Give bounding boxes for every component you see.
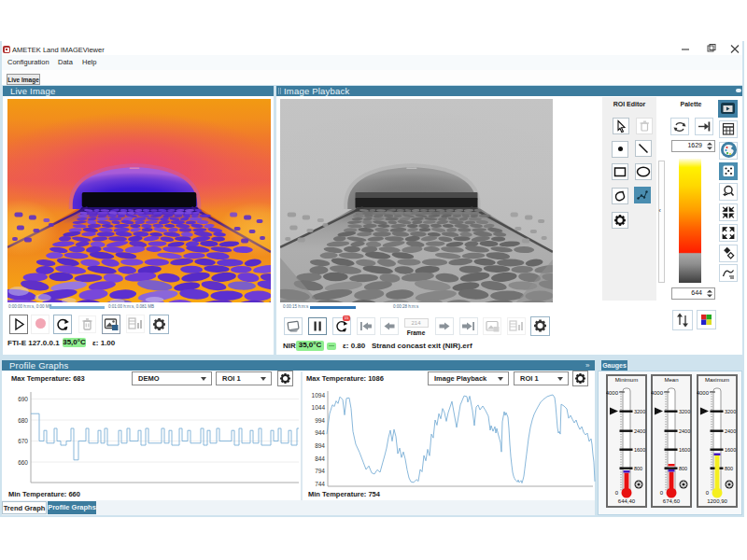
svg-text:3200: 3200 <box>634 409 645 414</box>
svg-text:800: 800 <box>679 466 687 471</box>
svg-text:1600: 1600 <box>725 447 736 453</box>
svg-text:1600: 1600 <box>679 447 690 453</box>
svg-text:2400: 2400 <box>634 428 645 434</box>
svg-text:2400: 2400 <box>725 428 736 434</box>
svg-text:800: 800 <box>725 466 733 471</box>
svg-text:3200: 3200 <box>679 409 690 414</box>
svg-text:4000: 4000 <box>606 390 619 396</box>
svg-text:0: 0 <box>660 490 664 496</box>
svg-text:0: 0 <box>706 490 710 496</box>
svg-text:2400: 2400 <box>679 428 690 434</box>
svg-text:4000: 4000 <box>697 390 710 396</box>
svg-text:4000: 4000 <box>651 390 664 396</box>
svg-text:3200: 3200 <box>725 409 736 414</box>
svg-text:800: 800 <box>634 466 642 471</box>
svg-text:1600: 1600 <box>634 447 645 453</box>
svg-text:0: 0 <box>615 490 619 496</box>
